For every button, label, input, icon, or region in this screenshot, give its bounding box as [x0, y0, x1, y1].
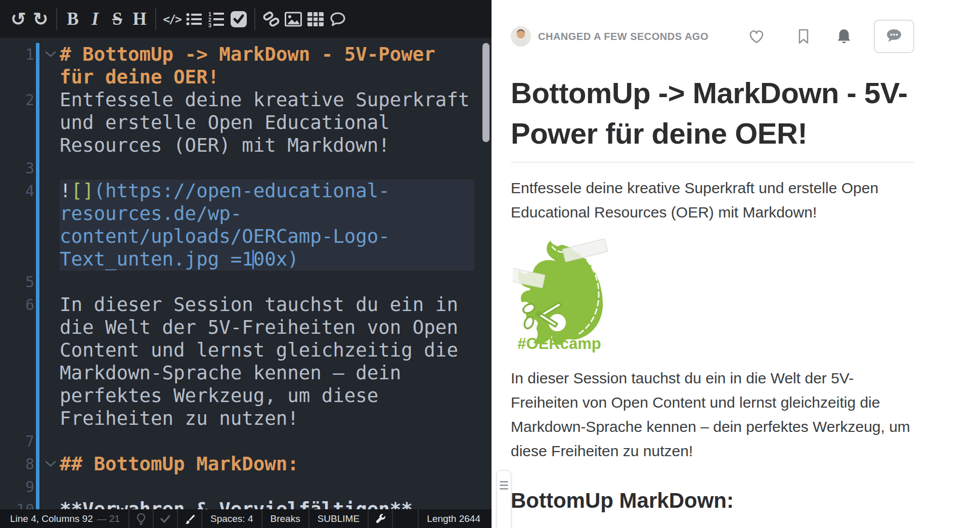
cursor-position-text: Line 4, Columns 92 — [10, 513, 93, 524]
line-number: 1 — [25, 46, 34, 63]
strikethrough-button[interactable]: S — [106, 6, 128, 33]
comment-button-toolbar[interactable] — [327, 6, 349, 33]
undo-button[interactable]: ↺ — [7, 6, 29, 33]
bold-button[interactable]: B — [62, 6, 84, 33]
linebreak-setting[interactable]: Breaks — [262, 509, 309, 528]
preview-content: CHANGED A FEW SECONDS AGO BottomUp -> Ma… — [492, 20, 980, 528]
insert-link-button[interactable] — [260, 6, 282, 33]
code-token: **Verwahren & Vervielfältigen** — [60, 498, 413, 509]
editor-line[interactable]: 9 — [0, 475, 492, 498]
code-token: 00x) — [253, 248, 299, 270]
preferences-button[interactable] — [369, 509, 393, 528]
document-length: Length 2644 — [418, 509, 492, 528]
comment-icon — [329, 12, 346, 27]
cursor-position: Line 4, Columns 92 — 21 — [0, 509, 129, 528]
code-token: Entfessele deine kreative Superkraft und… — [60, 89, 481, 156]
fold-chevron-icon[interactable] — [44, 51, 57, 59]
editor-line[interactable]: 3 — [0, 157, 492, 180]
line-gutter: 9 — [0, 475, 60, 498]
toolbar-separator — [254, 8, 255, 30]
change-indicator-bar — [36, 453, 39, 475]
notifications-bell-button[interactable] — [835, 28, 853, 45]
editor-line[interactable]: 10**Verwahren & Vervielfältigen** — [0, 498, 492, 509]
comments-panel-button[interactable] — [874, 20, 914, 53]
change-indicator-bar — [36, 498, 39, 509]
editor-scrollbar[interactable] — [482, 43, 489, 142]
hackmd-app: ↺ ↻ B I S H </> 123 — [0, 0, 980, 528]
toolbar-separator — [56, 8, 57, 30]
lightbulb-icon — [136, 513, 147, 525]
line-text — [60, 475, 474, 498]
line-text: ## BottomUp MarkDown: — [60, 453, 474, 475]
line-number: 3 — [25, 159, 34, 177]
editor-line[interactable]: 6In dieser Session tauchst du ein in die… — [0, 293, 492, 430]
line-number: 7 — [25, 432, 34, 450]
toolbar-separator — [155, 8, 156, 30]
line-gutter: 3 — [0, 157, 60, 180]
note-actions — [747, 20, 914, 53]
line-text — [60, 271, 474, 293]
change-indicator-bar — [36, 43, 39, 89]
line-number: 4 — [25, 182, 34, 200]
code-token: In dieser Session tauchst du ein in die … — [60, 293, 469, 429]
editor-line[interactable]: 1# BottomUp -> MarkDown - 5V-Power für d… — [0, 43, 492, 89]
line-number: 10 — [16, 501, 34, 509]
editor-line[interactable]: 2Entfessele deine kreative Superkraft un… — [0, 89, 492, 157]
line-text: # BottomUp -> MarkDown - 5V-Power für de… — [60, 43, 474, 89]
editor-toolbar: ↺ ↻ B I S H </> 123 — [0, 0, 492, 38]
keymap-setting[interactable]: SUBLIME — [309, 509, 369, 528]
code-button[interactable]: </> — [161, 6, 183, 33]
note-header: CHANGED A FEW SECONDS AGO — [511, 20, 914, 53]
markdown-editor[interactable]: 1# BottomUp -> MarkDown - 5V-Power für d… — [0, 38, 492, 509]
editor-lines: 1# BottomUp -> MarkDown - 5V-Power für d… — [0, 43, 492, 509]
insert-image-button[interactable] — [282, 6, 304, 33]
editor-line[interactable]: 5 — [0, 271, 492, 293]
preview-pane[interactable]: CHANGED A FEW SECONDS AGO BottomUp -> Ma… — [492, 0, 980, 528]
cursor-position-extra: — 21 — [97, 513, 120, 524]
line-number: 5 — [25, 273, 34, 291]
grip-lines-icon — [500, 481, 508, 490]
spellcheck-toggle[interactable] — [154, 509, 178, 528]
line-number: 9 — [25, 478, 34, 496]
editor-statusbar: Line 4, Columns 92 — 21 Spaces: 4 Breaks… — [0, 509, 492, 528]
editor-line[interactable]: 7 — [0, 430, 492, 453]
heading-button[interactable]: H — [128, 6, 151, 33]
line-text: Entfessele deine kreative Superkraft und… — [60, 89, 474, 157]
pane-resize-handle[interactable] — [497, 470, 511, 528]
ordered-list-button[interactable]: 123 — [205, 6, 228, 33]
change-indicator-bar — [36, 180, 39, 271]
change-indicator-bar — [36, 89, 39, 157]
editor-line[interactable]: 8## BottomUp MarkDown: — [0, 453, 492, 475]
change-indicator-bar — [36, 271, 39, 293]
check-list-icon — [230, 10, 248, 28]
link-icon — [262, 11, 280, 28]
line-number: 8 — [25, 455, 34, 473]
favorite-heart-button[interactable] — [747, 28, 766, 45]
code-token: # BottomUp -> MarkDown - 5V-Power für de… — [60, 43, 447, 88]
user-avatar[interactable] — [511, 26, 531, 47]
code-token: ! — [60, 180, 71, 202]
preview-intro-paragraph: Entfessele deine kreative Superkraft und… — [511, 176, 914, 225]
fold-chevron-icon[interactable] — [44, 460, 57, 468]
check-list-button[interactable] — [228, 6, 250, 33]
line-text — [60, 430, 474, 453]
bookmark-button[interactable] — [795, 28, 812, 45]
editor-line[interactable]: 4![](https://open-educational-resources.… — [0, 180, 492, 271]
bullet-list-button[interactable] — [183, 6, 205, 33]
ordered-list-icon: 123 — [208, 11, 225, 28]
paintbrush-icon — [184, 513, 195, 524]
italic-button[interactable]: I — [84, 6, 106, 33]
redo-button[interactable]: ↻ — [29, 6, 52, 33]
image-icon — [284, 11, 302, 27]
theme-brush-toggle[interactable] — [178, 509, 202, 528]
change-indicator-bar — [36, 293, 39, 430]
line-number: 2 — [25, 91, 34, 109]
night-mode-toggle[interactable] — [129, 509, 154, 528]
insert-table-button[interactable] — [304, 6, 327, 33]
line-text — [60, 157, 474, 180]
line-gutter: 6 — [0, 293, 60, 430]
line-gutter: 1 — [0, 43, 60, 89]
preview-section-heading: BottomUp MarkDown: — [511, 487, 914, 528]
indent-setting[interactable]: Spaces: 4 — [202, 509, 262, 528]
line-gutter: 8 — [0, 453, 60, 475]
